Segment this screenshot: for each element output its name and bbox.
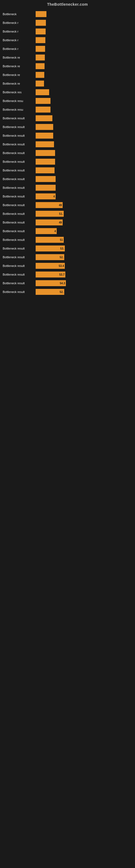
- bar-fill: [36, 20, 46, 26]
- bar-label: Bottleneck result: [3, 247, 35, 250]
- bar-label: Bottleneck result: [3, 160, 35, 163]
- bar-label: Bottleneck resu: [3, 108, 35, 111]
- bar-row: Bottleneck result52.: [3, 288, 130, 296]
- bar-value: 51.: [59, 212, 63, 215]
- bar-value: 53.7: [59, 273, 64, 276]
- bar-fill: [36, 167, 54, 173]
- bar-row: Bottleneck re: [3, 62, 130, 70]
- bar-label: Bottleneck: [3, 12, 35, 16]
- bar-wrapper: 49: [36, 219, 130, 225]
- bar-row: Bottleneck result4: [3, 227, 130, 235]
- bar-row: Bottleneck resu: [3, 106, 130, 113]
- bar-label: Bottleneck re: [3, 56, 35, 59]
- bar-wrapper: [36, 176, 130, 182]
- bar-label: Bottleneck result: [3, 177, 35, 181]
- bar-row: Bottleneck result51: [3, 236, 130, 244]
- site-title: TheBottlenecker.com: [0, 0, 135, 8]
- bar-row: Bottleneck re: [3, 54, 130, 61]
- bar-label: Bottleneck re: [3, 82, 35, 85]
- bar-wrapper: [36, 81, 130, 87]
- bar-fill: [36, 11, 46, 17]
- bar-row: Bottleneck re: [3, 71, 130, 79]
- bar-wrapper: [36, 115, 130, 121]
- bar-label: Bottleneck r: [3, 47, 35, 51]
- bar-fill: [36, 133, 53, 138]
- bar-fill: 52.: [36, 254, 64, 260]
- bar-label: Bottleneck r: [3, 38, 35, 42]
- bar-label: Bottleneck resu: [3, 99, 35, 102]
- bar-row: Bottleneck result: [3, 158, 130, 165]
- bar-wrapper: [36, 141, 130, 147]
- bar-fill: [36, 29, 46, 34]
- bar-value: 52.: [60, 290, 63, 293]
- bar-value: 51: [60, 239, 63, 241]
- bar-row: Bottleneck result54.3: [3, 279, 130, 287]
- bar-wrapper: [36, 46, 130, 52]
- bar-value: 52.: [60, 256, 63, 259]
- bar-fill: 53.7: [36, 272, 65, 278]
- bar-label: Bottleneck result: [3, 117, 35, 120]
- bar-wrapper: [36, 37, 130, 43]
- bar-row: Bottleneck result53.4: [3, 262, 130, 270]
- bar-value: 49: [59, 221, 62, 224]
- bar-row: Bottleneck result53.: [3, 245, 130, 252]
- bar-row: Bottleneck resu: [3, 97, 130, 105]
- bar-wrapper: [36, 11, 130, 17]
- bar-value: 54.3: [60, 282, 65, 285]
- bar-wrapper: [36, 150, 130, 156]
- bar-fill: [36, 55, 45, 61]
- bar-fill: [36, 81, 44, 87]
- bar-row: Bottleneck r: [3, 19, 130, 27]
- bar-fill: [36, 115, 52, 121]
- bar-fill: 54.3: [36, 280, 66, 286]
- bar-label: Bottleneck result: [3, 229, 35, 233]
- bar-label: Bottleneck result: [3, 169, 35, 172]
- bar-fill: [36, 159, 55, 165]
- bar-fill: 51: [36, 237, 64, 243]
- bar-row: Bottleneck result: [3, 175, 130, 183]
- bar-value: 53.4: [59, 265, 64, 268]
- bar-row: Bottleneck: [3, 10, 130, 18]
- bar-label: Bottleneck result: [3, 134, 35, 137]
- bar-row: Bottleneck result: [3, 123, 130, 131]
- bar-label: Bottleneck result: [3, 143, 35, 146]
- bar-fill: 49: [36, 202, 63, 208]
- bar-label: Bottleneck result: [3, 151, 35, 155]
- bar-wrapper: [36, 20, 130, 26]
- bar-label: Bottleneck result: [3, 282, 35, 285]
- bar-wrapper: [36, 106, 130, 113]
- bar-wrapper: 54.3: [36, 280, 130, 286]
- bar-fill: [36, 176, 56, 182]
- bar-wrapper: 53.7: [36, 272, 130, 278]
- bar-label: Bottleneck result: [3, 186, 35, 189]
- bar-wrapper: 52.: [36, 289, 130, 295]
- bar-row: Bottleneck result: [3, 141, 130, 148]
- bar-fill: [36, 141, 54, 147]
- bar-label: Bottleneck res: [3, 91, 35, 94]
- bar-wrapper: [36, 185, 130, 191]
- bar-row: Bottleneck r: [3, 36, 130, 44]
- bar-row: Bottleneck result: [3, 149, 130, 157]
- bar-wrapper: 51.: [36, 211, 130, 217]
- bar-label: Bottleneck result: [3, 195, 35, 198]
- bar-row: Bottleneck result53.7: [3, 271, 130, 278]
- bar-label: Bottleneck result: [3, 221, 35, 224]
- bar-wrapper: [36, 63, 130, 69]
- bar-row: Bottleneck result49: [3, 201, 130, 209]
- bar-fill: 53.4: [36, 263, 65, 269]
- bar-label: Bottleneck r: [3, 21, 35, 24]
- bar-row: Bottleneck res: [3, 88, 130, 96]
- bar-value: 4: [53, 195, 55, 198]
- bar-value: 53.: [60, 247, 64, 250]
- bar-wrapper: [36, 72, 130, 78]
- bar-wrapper: 52.: [36, 254, 130, 260]
- bar-row: Bottleneck result: [3, 115, 130, 122]
- bar-row: Bottleneck result: [3, 132, 130, 140]
- bar-label: Bottleneck r: [3, 30, 35, 33]
- bar-row: Bottleneck r: [3, 45, 130, 53]
- bar-fill: [36, 98, 50, 104]
- bar-wrapper: [36, 55, 130, 61]
- bar-row: Bottleneck result51.: [3, 210, 130, 218]
- bar-fill: [36, 46, 45, 52]
- bar-row: Bottleneck result49: [3, 219, 130, 226]
